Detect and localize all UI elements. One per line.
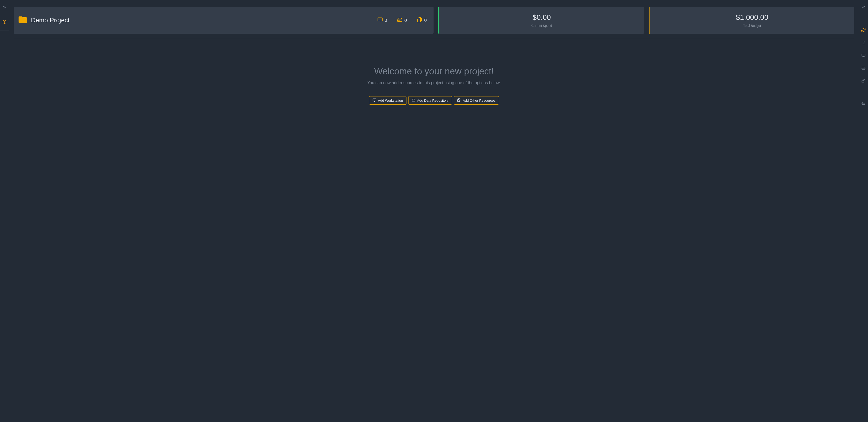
project-stats: 0 0 0 <box>377 17 427 24</box>
add-other-label: Add Other Resources <box>463 98 495 102</box>
repositories-nav-button[interactable] <box>859 64 868 73</box>
add-other-button[interactable]: Add Other Resources <box>454 96 499 105</box>
add-repository-label: Add Data Repository <box>417 98 448 102</box>
current-spend-card: $0.00 Current Spend <box>438 7 644 34</box>
monitor-icon <box>373 98 376 103</box>
total-budget-value: $1,000.00 <box>736 13 768 22</box>
welcome-subheading: You can now add resources to this projec… <box>367 80 501 85</box>
svg-rect-8 <box>373 99 376 101</box>
edit-button[interactable] <box>859 39 868 48</box>
pencil-icon <box>861 41 866 46</box>
project-card: Demo Project 0 0 <box>14 7 434 34</box>
project-title: Demo Project <box>31 17 70 24</box>
monitor-icon <box>377 17 383 24</box>
open-folder-button[interactable] <box>859 100 868 109</box>
right-rail <box>859 0 868 422</box>
plus-circle-icon <box>2 20 7 25</box>
refresh-button[interactable] <box>859 26 868 35</box>
total-budget-label: Total Budget <box>743 24 761 28</box>
stat-workstations: 0 <box>377 17 387 24</box>
chevrons-right-icon <box>2 5 7 10</box>
copy-icon <box>861 79 866 84</box>
folder-open-icon <box>861 102 866 107</box>
monitor-icon <box>861 54 866 59</box>
add-project-button[interactable] <box>0 18 9 27</box>
add-workstation-label: Add Workstation <box>378 98 403 102</box>
total-budget-card: $1,000.00 Total Budget <box>649 7 855 34</box>
current-spend-value: $0.00 <box>532 13 551 22</box>
stat-repositories-count: 0 <box>404 18 407 23</box>
collapse-right-rail-button[interactable] <box>859 3 868 12</box>
project-header: Demo Project <box>18 15 377 26</box>
welcome-actions: Add Workstation Add Data Repository Add … <box>369 96 499 105</box>
chevrons-left-icon <box>861 5 866 10</box>
copy-icon <box>457 98 461 103</box>
stat-workstations-count: 0 <box>384 18 387 23</box>
stat-other: 0 <box>417 17 427 24</box>
storage-icon <box>412 98 415 103</box>
copy-icon <box>417 17 423 24</box>
workstations-nav-button[interactable] <box>859 52 868 61</box>
stat-other-count: 0 <box>424 18 427 23</box>
svg-rect-3 <box>378 18 382 21</box>
svg-rect-13 <box>862 54 865 57</box>
main-content: Demo Project 0 0 <box>9 0 859 422</box>
expand-left-rail-button[interactable] <box>0 3 9 12</box>
refresh-icon <box>861 28 866 33</box>
main-divider <box>14 39 854 39</box>
left-rail <box>0 0 9 422</box>
folder-icon <box>18 15 28 26</box>
summary-cards: Demo Project 0 0 <box>14 7 854 34</box>
budget-accent-bar <box>649 7 650 34</box>
storage-icon <box>397 17 403 24</box>
other-resources-nav-button[interactable] <box>859 77 868 86</box>
welcome-block: Welcome to your new project! You can now… <box>14 66 854 105</box>
stat-repositories: 0 <box>397 17 407 24</box>
add-repository-button[interactable]: Add Data Repository <box>408 96 452 105</box>
current-spend-label: Current Spend <box>531 24 552 28</box>
spend-accent-bar <box>438 7 439 34</box>
add-workstation-button[interactable]: Add Workstation <box>369 96 406 105</box>
welcome-heading: Welcome to your new project! <box>374 66 494 76</box>
storage-icon <box>861 66 866 71</box>
